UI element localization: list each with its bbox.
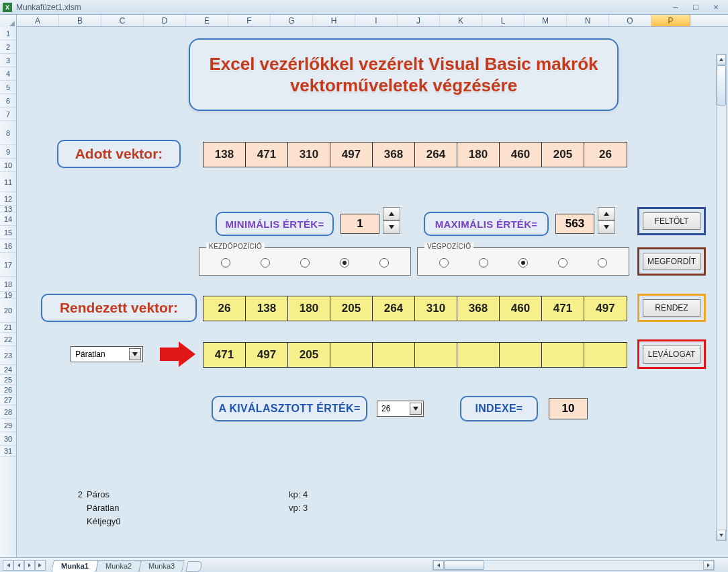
row-header-12[interactable]: 12	[0, 192, 16, 206]
kezdopozicio-radio-3[interactable]	[340, 258, 349, 268]
row-header-9[interactable]: 9	[0, 145, 16, 159]
scroll-left-button[interactable]	[433, 561, 444, 570]
row-header-27[interactable]: 27	[0, 395, 16, 405]
row-header-29[interactable]: 29	[0, 419, 16, 432]
scroll-up-button[interactable]	[717, 54, 726, 65]
max-spin-up[interactable]	[598, 207, 615, 220]
row-header-21[interactable]: 21	[0, 323, 16, 333]
row-header-22[interactable]: 22	[0, 333, 16, 346]
max-spinner[interactable]	[598, 207, 615, 234]
kezdopozicio-radio-4[interactable]	[379, 258, 389, 268]
column-header-M[interactable]: M	[525, 15, 567, 26]
column-header-A[interactable]: A	[17, 15, 59, 26]
scroll-down-button[interactable]	[717, 530, 726, 540]
row-header-8[interactable]: 8	[0, 121, 16, 145]
close-button[interactable]: ×	[707, 2, 725, 13]
new-sheet-button[interactable]	[186, 561, 203, 572]
column-header-D[interactable]: D	[144, 15, 186, 26]
vector-cell: 138	[246, 296, 288, 321]
megfordit-button[interactable]: MEGFORDÍT	[643, 253, 700, 270]
chevron-down-icon[interactable]	[410, 403, 422, 415]
filter-dropdown[interactable]: Páratlan	[71, 346, 143, 362]
min-spin-down[interactable]	[383, 220, 400, 234]
scroll-right-button[interactable]	[703, 561, 714, 570]
levalogat-button[interactable]: LEVÁLOGAT	[643, 345, 700, 364]
row-header-20[interactable]: 20	[0, 298, 16, 323]
vscroll-thumb[interactable]	[717, 65, 726, 106]
row-header-28[interactable]: 28	[0, 405, 16, 419]
tab-nav-next[interactable]	[24, 560, 35, 571]
hscroll-thumb[interactable]	[444, 561, 484, 570]
label-min-ertek: MINIMÁLIS ÉRTÉK=	[216, 212, 334, 236]
column-header-C[interactable]: C	[101, 15, 144, 26]
row-header-16[interactable]: 16	[0, 239, 16, 253]
min-spinner[interactable]	[383, 207, 400, 234]
row-header-14[interactable]: 14	[0, 212, 16, 226]
vegpozicio-radio-2[interactable]	[518, 258, 528, 268]
worksheet[interactable]: Excel vezérlőkkel vezérelt Visual Basic …	[17, 27, 728, 557]
chevron-down-icon[interactable]	[129, 348, 141, 360]
vegpozicio-radio-3[interactable]	[558, 258, 567, 268]
row-header-24[interactable]: 24	[0, 365, 16, 375]
row-header-11[interactable]: 11	[0, 172, 16, 192]
select-all-corner[interactable]	[0, 15, 17, 27]
row-header-17[interactable]: 17	[0, 253, 16, 277]
row-header-5[interactable]: 5	[0, 81, 16, 94]
column-header-J[interactable]: J	[398, 15, 440, 26]
row-header-30[interactable]: 30	[0, 432, 16, 446]
sheet-tab-munka1[interactable]: Munka1	[51, 560, 99, 572]
row-header-3[interactable]: 3	[0, 54, 16, 67]
rendez-button[interactable]: RENDEZ	[643, 299, 700, 317]
column-header-K[interactable]: K	[440, 15, 482, 26]
frame-levalogat: LEVÁLOGAT	[637, 339, 706, 369]
row-header-31[interactable]: 31	[0, 446, 16, 457]
vegpozicio-radio-0[interactable]	[439, 258, 449, 268]
column-header-O[interactable]: O	[609, 15, 651, 26]
sorted-vector-table: 26138180205264310368460471497	[203, 296, 627, 321]
kezdopozicio-radio-1[interactable]	[261, 258, 270, 268]
maximize-button[interactable]: □	[686, 2, 705, 13]
row-header-4[interactable]: 4	[0, 67, 16, 81]
column-header-H[interactable]: H	[313, 15, 355, 26]
vegpozicio-radio-4[interactable]	[598, 258, 607, 268]
row-header-19[interactable]: 19	[0, 292, 16, 298]
tab-nav-last[interactable]	[35, 560, 46, 571]
row-header-6[interactable]: 6	[0, 94, 16, 108]
feltolt-button[interactable]: FELTÖLT	[643, 212, 700, 230]
row-header-2[interactable]: 2	[0, 40, 16, 54]
label-max-ertek: MAXIMÁLIS ÉRTÉK=	[424, 212, 549, 236]
row-header-10[interactable]: 10	[0, 159, 16, 172]
column-header-I[interactable]: I	[355, 15, 398, 26]
row-header-13[interactable]: 13	[0, 206, 16, 212]
kezdopozicio-radio-2[interactable]	[300, 258, 310, 268]
column-header-G[interactable]: G	[271, 15, 313, 26]
row-header-15[interactable]: 15	[0, 226, 16, 239]
svg-marker-13	[707, 563, 710, 567]
selected-value-dropdown[interactable]: 26	[377, 401, 424, 417]
column-header-E[interactable]: E	[186, 15, 228, 26]
minimize-button[interactable]: –	[666, 2, 685, 13]
row-header-1[interactable]: 1	[0, 27, 16, 40]
legend-vegpozicio: VÉGPOZÍCIÓ	[424, 243, 473, 250]
column-headers: ABCDEFGHIJKLMNOP	[0, 15, 728, 27]
column-header-N[interactable]: N	[567, 15, 609, 26]
sheet-tab-munka3[interactable]: Munka3	[138, 560, 185, 572]
horizontal-scrollbar[interactable]	[433, 560, 715, 571]
column-header-F[interactable]: F	[228, 15, 271, 26]
row-header-25[interactable]: 25	[0, 375, 16, 385]
min-spin-up[interactable]	[383, 207, 400, 220]
row-header-18[interactable]: 18	[0, 277, 16, 292]
row-header-23[interactable]: 23	[0, 346, 16, 365]
column-header-B[interactable]: B	[59, 15, 101, 26]
row-header-26[interactable]: 26	[0, 385, 16, 395]
tab-nav-first[interactable]	[3, 560, 13, 571]
column-header-L[interactable]: L	[482, 15, 525, 26]
tab-nav-prev[interactable]	[13, 560, 24, 571]
max-spin-down[interactable]	[598, 220, 615, 234]
row-header-7[interactable]: 7	[0, 108, 16, 121]
vegpozicio-radio-1[interactable]	[479, 258, 488, 268]
column-header-P[interactable]: P	[651, 15, 690, 26]
sheet-tab-munka2[interactable]: Munka2	[95, 560, 142, 572]
vertical-scrollbar[interactable]	[716, 54, 727, 541]
kezdopozicio-radio-0[interactable]	[221, 258, 230, 268]
